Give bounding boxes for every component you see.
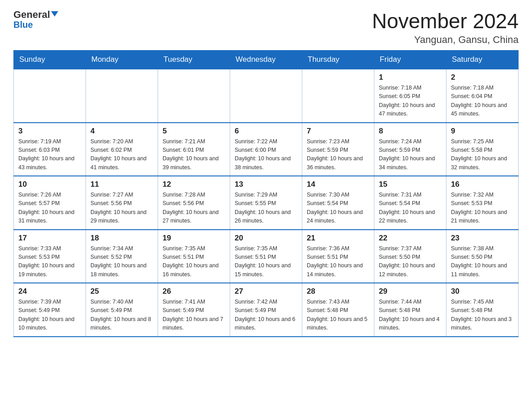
day-info: Sunrise: 7:35 AMSunset: 5:51 PMDaylight:…	[235, 244, 297, 279]
day-number: 11	[90, 180, 153, 189]
day-info: Sunrise: 7:44 AMSunset: 5:48 PMDaylight:…	[379, 298, 442, 333]
calendar-week-row: 3Sunrise: 7:19 AMSunset: 6:03 PMDaylight…	[14, 123, 519, 176]
day-number: 14	[307, 180, 369, 189]
calendar-cell: 20Sunrise: 7:35 AMSunset: 5:51 PMDayligh…	[230, 230, 302, 283]
day-info: Sunrise: 7:32 AMSunset: 5:53 PMDaylight:…	[451, 191, 514, 226]
day-info: Sunrise: 7:18 AMSunset: 6:05 PMDaylight:…	[379, 84, 442, 119]
calendar-cell: 18Sunrise: 7:34 AMSunset: 5:52 PMDayligh…	[86, 230, 158, 283]
calendar-cell: 8Sunrise: 7:24 AMSunset: 5:59 PMDaylight…	[374, 123, 446, 176]
column-header-tuesday: Tuesday	[158, 51, 230, 69]
day-number: 20	[235, 234, 297, 243]
day-number: 27	[235, 287, 297, 296]
calendar-week-row: 10Sunrise: 7:26 AMSunset: 5:57 PMDayligh…	[14, 176, 519, 230]
calendar-cell: 14Sunrise: 7:30 AMSunset: 5:54 PMDayligh…	[302, 176, 374, 230]
column-header-thursday: Thursday	[302, 51, 374, 69]
day-info: Sunrise: 7:28 AMSunset: 5:56 PMDaylight:…	[163, 191, 225, 226]
logo: General Blue	[13, 9, 58, 30]
day-number: 19	[163, 234, 225, 243]
day-info: Sunrise: 7:43 AMSunset: 5:48 PMDaylight:…	[307, 298, 369, 333]
day-number: 2	[451, 73, 514, 82]
calendar-cell	[230, 69, 302, 123]
day-number: 23	[451, 234, 514, 243]
day-number: 12	[163, 180, 225, 189]
day-info: Sunrise: 7:36 AMSunset: 5:51 PMDaylight:…	[307, 244, 369, 279]
calendar-cell: 24Sunrise: 7:39 AMSunset: 5:49 PMDayligh…	[14, 283, 86, 337]
day-info: Sunrise: 7:30 AMSunset: 5:54 PMDaylight:…	[307, 191, 369, 226]
column-header-friday: Friday	[374, 51, 446, 69]
day-number: 15	[379, 180, 442, 189]
day-number: 9	[451, 127, 514, 136]
day-info: Sunrise: 7:37 AMSunset: 5:50 PMDaylight:…	[379, 244, 442, 279]
calendar-cell: 9Sunrise: 7:25 AMSunset: 5:58 PMDaylight…	[446, 123, 519, 176]
day-number: 7	[307, 127, 369, 136]
day-number: 1	[379, 73, 442, 82]
day-info: Sunrise: 7:21 AMSunset: 6:01 PMDaylight:…	[163, 137, 225, 172]
day-number: 13	[235, 180, 297, 189]
day-info: Sunrise: 7:38 AMSunset: 5:50 PMDaylight:…	[451, 244, 514, 279]
day-info: Sunrise: 7:22 AMSunset: 6:00 PMDaylight:…	[235, 137, 297, 172]
day-info: Sunrise: 7:42 AMSunset: 5:49 PMDaylight:…	[235, 298, 297, 333]
calendar-cell: 23Sunrise: 7:38 AMSunset: 5:50 PMDayligh…	[446, 230, 519, 283]
calendar-table: SundayMondayTuesdayWednesdayThursdayFrid…	[13, 50, 519, 337]
calendar-cell: 25Sunrise: 7:40 AMSunset: 5:49 PMDayligh…	[86, 283, 158, 337]
day-info: Sunrise: 7:26 AMSunset: 5:57 PMDaylight:…	[18, 191, 81, 226]
location: Yanguan, Gansu, China	[372, 34, 519, 46]
column-header-monday: Monday	[86, 51, 158, 69]
month-title: November 2024	[372, 9, 519, 33]
page-header: General Blue November 2024 Yanguan, Gans…	[13, 9, 519, 46]
day-info: Sunrise: 7:24 AMSunset: 5:59 PMDaylight:…	[379, 137, 442, 172]
calendar-cell: 16Sunrise: 7:32 AMSunset: 5:53 PMDayligh…	[446, 176, 519, 230]
day-number: 29	[379, 287, 442, 296]
logo-blue: Blue	[13, 20, 33, 30]
day-number: 6	[235, 127, 297, 136]
calendar-cell	[86, 69, 158, 123]
calendar-cell: 10Sunrise: 7:26 AMSunset: 5:57 PMDayligh…	[14, 176, 86, 230]
day-number: 18	[90, 234, 153, 243]
day-number: 22	[379, 234, 442, 243]
calendar-week-row: 17Sunrise: 7:33 AMSunset: 5:53 PMDayligh…	[14, 230, 519, 283]
calendar-cell: 26Sunrise: 7:41 AMSunset: 5:49 PMDayligh…	[158, 283, 230, 337]
day-info: Sunrise: 7:40 AMSunset: 5:49 PMDaylight:…	[90, 298, 153, 333]
calendar-cell: 13Sunrise: 7:29 AMSunset: 5:55 PMDayligh…	[230, 176, 302, 230]
calendar-cell: 15Sunrise: 7:31 AMSunset: 5:54 PMDayligh…	[374, 176, 446, 230]
day-info: Sunrise: 7:19 AMSunset: 6:03 PMDaylight:…	[18, 137, 81, 172]
column-header-saturday: Saturday	[446, 51, 519, 69]
calendar-cell: 3Sunrise: 7:19 AMSunset: 6:03 PMDaylight…	[14, 123, 86, 176]
logo-triangle-icon	[51, 11, 58, 17]
calendar-cell: 11Sunrise: 7:27 AMSunset: 5:56 PMDayligh…	[86, 176, 158, 230]
day-info: Sunrise: 7:25 AMSunset: 5:58 PMDaylight:…	[451, 137, 514, 172]
calendar-cell: 2Sunrise: 7:18 AMSunset: 6:04 PMDaylight…	[446, 69, 519, 123]
day-number: 28	[307, 287, 369, 296]
day-number: 3	[18, 127, 81, 136]
day-info: Sunrise: 7:39 AMSunset: 5:49 PMDaylight:…	[18, 298, 81, 333]
calendar-cell	[14, 69, 86, 123]
calendar-cell: 27Sunrise: 7:42 AMSunset: 5:49 PMDayligh…	[230, 283, 302, 337]
calendar-week-row: 1Sunrise: 7:18 AMSunset: 6:05 PMDaylight…	[14, 69, 519, 123]
day-number: 8	[379, 127, 442, 136]
day-info: Sunrise: 7:20 AMSunset: 6:02 PMDaylight:…	[90, 137, 153, 172]
day-info: Sunrise: 7:29 AMSunset: 5:55 PMDaylight:…	[235, 191, 297, 226]
calendar-cell: 30Sunrise: 7:45 AMSunset: 5:48 PMDayligh…	[446, 283, 519, 337]
calendar-cell: 4Sunrise: 7:20 AMSunset: 6:02 PMDaylight…	[86, 123, 158, 176]
day-number: 21	[307, 234, 369, 243]
title-block: November 2024 Yanguan, Gansu, China	[372, 9, 519, 46]
day-number: 5	[163, 127, 225, 136]
day-number: 26	[163, 287, 225, 296]
calendar-cell: 6Sunrise: 7:22 AMSunset: 6:00 PMDaylight…	[230, 123, 302, 176]
calendar-cell: 7Sunrise: 7:23 AMSunset: 5:59 PMDaylight…	[302, 123, 374, 176]
day-number: 25	[90, 287, 153, 296]
day-number: 4	[90, 127, 153, 136]
calendar-cell: 5Sunrise: 7:21 AMSunset: 6:01 PMDaylight…	[158, 123, 230, 176]
day-info: Sunrise: 7:34 AMSunset: 5:52 PMDaylight:…	[90, 244, 153, 279]
calendar-cell: 28Sunrise: 7:43 AMSunset: 5:48 PMDayligh…	[302, 283, 374, 337]
day-info: Sunrise: 7:27 AMSunset: 5:56 PMDaylight:…	[90, 191, 153, 226]
calendar-week-row: 24Sunrise: 7:39 AMSunset: 5:49 PMDayligh…	[14, 283, 519, 337]
day-number: 17	[18, 234, 81, 243]
day-info: Sunrise: 7:45 AMSunset: 5:48 PMDaylight:…	[451, 298, 514, 333]
column-header-wednesday: Wednesday	[230, 51, 302, 69]
calendar-cell	[302, 69, 374, 123]
calendar-cell	[158, 69, 230, 123]
day-number: 30	[451, 287, 514, 296]
calendar-header-row: SundayMondayTuesdayWednesdayThursdayFrid…	[14, 51, 519, 69]
day-info: Sunrise: 7:18 AMSunset: 6:04 PMDaylight:…	[451, 84, 514, 119]
